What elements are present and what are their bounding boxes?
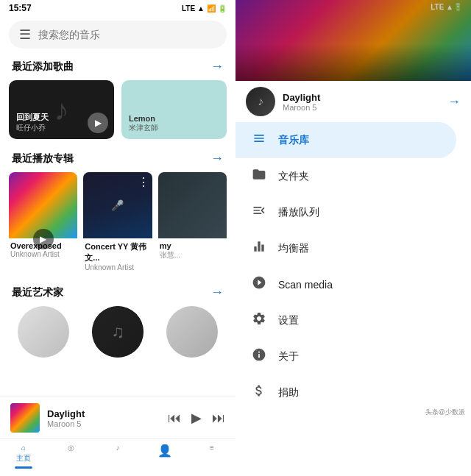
artist-avatar-3 [166,306,218,358]
now-playing-arrow[interactable]: → [447,94,461,110]
menu-nav-icon: ≡ [210,444,214,452]
right-phone: LTE ▲🔋 Daylight Maroon 5 → 音乐库 文件夹 [236,0,471,476]
profile-icon: 👤 [157,444,172,458]
song-card-text-1: 回到夏天 旺仔小乔 [16,112,49,133]
recent-artists-header: 最近艺术家 → [0,282,236,306]
now-playing-bar[interactable]: Daylight Maroon 5 → [236,81,471,122]
mini-controls-left: ⏮ ▶ ⏭ [168,410,225,426]
drawer-label-equalizer: 均衡器 [278,242,309,255]
album-name-2: Concert YY 黄伟文... [85,241,150,263]
drawer-item-donate[interactable]: 捐助 [236,374,471,411]
drawer-label-about: 关于 [278,350,299,363]
mini-album-art-left [10,403,40,433]
recent-songs-title: 最近添加歌曲 [12,60,74,74]
home-icon: ⌂ [21,444,26,452]
song-card-text-2: Lemon 米津玄師 [129,114,158,133]
nav-music[interactable]: ♪ [94,444,141,469]
folder-icon [250,167,268,185]
artist-avatar-1 [18,306,69,358]
album-info-2: Concert YY 黄伟文... Unknown Artist [83,238,152,274]
search-bar[interactable]: ☰ [9,21,227,49]
drawer-item-about[interactable]: 关于 [236,338,471,374]
now-playing-art-inner [246,87,275,116]
left-phone: 15:57 LTE ▲ 📶 🔋 ☰ 最近添加歌曲 → ♪ 回到夏天 旺仔小乔 ▶… [0,0,236,476]
albums-list: ▶ Overexposed Unknown Artist 🎤 ⋮ Concert… [0,172,236,282]
song-card-1[interactable]: ♪ 回到夏天 旺仔小乔 ▶ [9,80,114,139]
next-button-left[interactable]: ⏭ [212,411,225,426]
recent-songs-list: ♪ 回到夏天 旺仔小乔 ▶ Lemon 米津玄師 [0,80,236,148]
album-card-2[interactable]: 🎤 ⋮ Concert YY 黄伟文... Unknown Artist [83,172,152,274]
album-artist-2: Unknown Artist [85,263,150,271]
nav-profile[interactable]: 👤 [141,444,188,469]
now-playing-artist: Maroon 5 [283,103,440,112]
nav-menu[interactable]: ≡ [188,444,236,469]
drawer-menu: 音乐库 文件夹 播放队列 均衡器 Scan media [236,122,471,476]
artist-card-1[interactable] [9,306,77,358]
recent-artists-arrow[interactable]: → [210,285,224,300]
recent-songs-header: 最近添加歌曲 → [0,56,236,80]
mini-info-left: Daylight Maroon 5 [47,408,160,428]
donate-icon [250,383,268,402]
drawer-item-queue[interactable]: 播放队列 [236,194,471,230]
play-button-1[interactable]: ▶ [88,113,108,133]
recent-albums-arrow[interactable]: → [210,151,224,166]
bottom-nav-left: ⌂ 主页 ◎ ♪ 👤 ≡ [0,438,236,476]
album-play-btn-1[interactable]: ▶ [33,229,54,249]
nav-indicator [15,466,32,469]
recent-songs-arrow[interactable]: → [210,59,224,74]
artist-card-2[interactable]: ♫ [83,306,152,358]
top-album-area: LTE ▲🔋 [236,0,471,81]
music-note-icon: ♪ [54,93,69,127]
song-name-2: Lemon [129,114,158,123]
about-icon [250,347,268,366]
artist-avatar-2: ♫ [92,306,144,358]
play-button-left[interactable]: ▶ [191,410,202,426]
drawer-item-settings[interactable]: 设置 [236,302,471,338]
mini-player-left: Daylight Maroon 5 ⏮ ▶ ⏭ [0,397,236,438]
song-card-2[interactable]: Lemon 米津玄師 [121,80,227,139]
signal-icon: ▲ [197,4,205,13]
battery-icon: 🔋 [218,4,227,13]
album-art-3 [158,172,227,238]
nav-discover[interactable]: ◎ [47,444,94,469]
time-left: 15:57 [9,3,32,13]
drawer-item-folder[interactable]: 文件夹 [236,158,471,194]
lte-icon: LTE [182,4,195,13]
recent-albums-title: 最近播放专辑 [12,152,74,166]
drawer-item-equalizer[interactable]: 均衡器 [236,230,471,266]
nav-home-label: 主页 [16,453,31,463]
prev-button-left[interactable]: ⏮ [168,411,181,426]
mini-artist-left: Maroon 5 [47,419,160,428]
nav-home[interactable]: ⌂ 主页 [0,444,47,469]
album-artist-1: Unknown Artist [10,250,76,258]
song-artist-2: 米津玄師 [129,123,158,133]
album-name-3: my [160,241,225,250]
discover-icon: ◎ [68,444,74,452]
album-card-3[interactable]: my 张慧... [158,172,227,274]
drawer-label-queue: 播放队列 [278,206,319,219]
album-artist-3: 张慧... [160,250,225,260]
drawer-label-library: 音乐库 [278,134,309,147]
status-bar-left: 15:57 LTE ▲ 📶 🔋 [0,0,236,16]
music-nav-icon: ♪ [116,444,120,452]
drawer-item-library[interactable]: 音乐库 [236,122,456,158]
artist-card-3[interactable] [158,306,227,358]
menu-icon[interactable]: ☰ [19,26,31,43]
scan-media-icon [250,275,268,294]
status-icons-left: LTE ▲ 📶 🔋 [182,4,227,13]
equalizer-icon [250,239,268,257]
settings-icon [250,311,268,330]
album-more-btn-2[interactable]: ⋮ [138,175,149,189]
library-icon [250,131,268,149]
drawer-item-scan-media[interactable]: Scan media [236,266,471,302]
wifi-icon: 📶 [207,4,216,13]
drawer-label-settings: 设置 [278,314,299,327]
album-card-1[interactable]: ▶ Overexposed Unknown Artist [9,172,77,274]
search-input[interactable] [38,29,216,40]
drawer-label-scan-media: Scan media [278,279,333,291]
drawer-label-folder: 文件夹 [278,170,309,183]
artists-list: ♫ [0,306,236,363]
mini-title-left: Daylight [47,408,160,419]
now-playing-title: Daylight [283,92,440,103]
song-artist-1: 旺仔小乔 [16,123,49,133]
